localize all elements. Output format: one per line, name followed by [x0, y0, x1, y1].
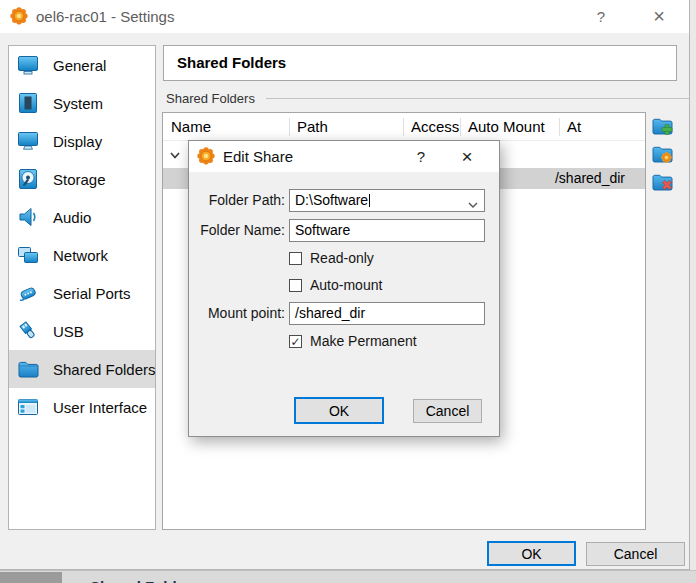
settings-cancel-button[interactable]: Cancel — [586, 542, 685, 566]
sidebar-item-usb[interactable]: USB — [9, 312, 155, 350]
sidebar-item-label: Shared Folders — [53, 361, 156, 378]
folder-name-input[interactable]: Software — [289, 219, 485, 242]
column-header-name: Name — [171, 113, 211, 140]
dialog-ok-button[interactable]: OK — [294, 397, 384, 424]
column-header-access: Access — [411, 113, 459, 140]
background-window-sliver: Shared Folders — [0, 570, 696, 583]
chevron-down-icon[interactable] — [168, 148, 182, 162]
sidebar-item-label: Network — [53, 247, 108, 264]
mount-point-value: /shared_dir — [295, 305, 365, 321]
audio-icon — [15, 204, 41, 230]
dialog-help-button[interactable]: ? — [409, 141, 433, 172]
sidebar-item-shared-folders[interactable]: Shared Folders — [9, 350, 155, 388]
mount-point-input[interactable]: /shared_dir — [289, 302, 485, 325]
edit-share-dialog: Edit Share ? × Folder Path: D:\Software … — [188, 140, 500, 437]
system-icon — [15, 90, 41, 116]
sidebar-item-label: Audio — [53, 209, 91, 226]
sidebar-item-label: General — [53, 57, 106, 74]
folder-path-value: D:\Software — [295, 192, 368, 208]
settings-ok-button[interactable]: OK — [487, 541, 576, 566]
page-title: Shared Folders — [177, 54, 676, 71]
sidebar-item-audio[interactable]: Audio — [9, 198, 155, 236]
checkbox-box[interactable] — [289, 252, 302, 265]
general-icon — [15, 52, 41, 78]
read-only-checkbox[interactable]: Read-only — [289, 250, 374, 266]
sidebar-item-general[interactable]: General — [9, 46, 155, 84]
make-permanent-label: Make Permanent — [310, 333, 417, 349]
window-title: oel6-rac01 - Settings — [36, 0, 174, 33]
sidebar-item-display[interactable]: Display — [9, 122, 155, 160]
checkbox-box-checked[interactable]: ✓ — [289, 335, 302, 348]
window-titlebar[interactable]: oel6-rac01 - Settings ? × — [0, 0, 689, 33]
column-separator — [403, 118, 404, 136]
storage-icon — [15, 166, 41, 192]
dialog-cancel-button[interactable]: Cancel — [413, 399, 482, 423]
display-icon — [15, 128, 41, 154]
groupbox-label: Shared Folders — [166, 91, 255, 106]
user-interface-icon — [15, 394, 41, 420]
shared-folders-icon — [15, 356, 41, 382]
dialog-titlebar[interactable]: Edit Share ? × — [189, 141, 499, 172]
virtualbox-app-icon — [10, 7, 28, 25]
read-only-label: Read-only — [310, 250, 374, 266]
groupbox-line — [266, 98, 689, 99]
folder-name-value: Software — [295, 222, 350, 238]
text-caret — [369, 194, 370, 207]
settings-sidebar: General System Display Storage — [8, 45, 156, 530]
sidebar-item-label: USB — [53, 323, 84, 340]
page-header: Shared Folders — [163, 45, 677, 81]
usb-icon — [15, 318, 41, 344]
mount-point-label: Mount point: — [197, 302, 285, 325]
column-header-path: Path — [297, 113, 328, 140]
edit-share-icon[interactable] — [651, 143, 673, 165]
ok-label: OK — [329, 403, 349, 419]
cancel-label: Cancel — [426, 403, 470, 419]
background-window-partial-text: Shared Folders — [90, 578, 199, 583]
folder-name-label: Folder Name: — [197, 219, 285, 242]
column-separator — [289, 118, 290, 136]
checkbox-box[interactable] — [289, 279, 302, 292]
screenshot-root: oel6-rac01 - Settings ? × General System — [0, 0, 696, 583]
sidebar-item-storage[interactable]: Storage — [9, 160, 155, 198]
sidebar-item-label: Serial Ports — [53, 285, 131, 302]
auto-mount-checkbox[interactable]: Auto-mount — [289, 277, 382, 293]
sidebar-item-label: Display — [53, 133, 102, 150]
settings-window: oel6-rac01 - Settings ? × General System — [0, 0, 690, 570]
folder-path-combobox[interactable]: D:\Software — [289, 189, 485, 212]
window-help-button[interactable]: ? — [589, 0, 613, 33]
sidebar-item-label: System — [53, 95, 103, 112]
sidebar-item-label: Storage — [53, 171, 106, 188]
make-permanent-checkbox[interactable]: ✓ Make Permanent — [289, 333, 417, 349]
add-share-icon[interactable] — [651, 115, 673, 137]
network-icon — [15, 242, 41, 268]
column-header-auto-mount: Auto Mount — [468, 113, 545, 140]
cancel-label: Cancel — [614, 546, 658, 562]
remove-share-icon[interactable] — [651, 171, 673, 193]
sidebar-item-serial-ports[interactable]: Serial Ports — [9, 274, 155, 312]
column-separator — [559, 118, 560, 136]
combo-chevron-down-icon[interactable] — [467, 196, 479, 208]
dialog-close-button[interactable]: × — [455, 141, 479, 172]
sidebar-item-label: User Interface — [53, 399, 147, 416]
share-at-value: /shared_dir — [543, 168, 625, 189]
virtualbox-app-icon — [197, 147, 215, 165]
sidebar-item-user-interface[interactable]: User Interface — [9, 388, 155, 426]
column-separator — [460, 118, 461, 136]
serial-ports-icon — [15, 280, 41, 306]
dialog-title: Edit Share — [223, 141, 293, 172]
folder-path-label: Folder Path: — [197, 189, 285, 212]
ok-label: OK — [521, 546, 541, 562]
column-header-at: At — [567, 113, 581, 140]
auto-mount-label: Auto-mount — [310, 277, 382, 293]
background-window-corner — [0, 572, 62, 583]
sidebar-item-system[interactable]: System — [9, 84, 155, 122]
sidebar-item-network[interactable]: Network — [9, 236, 155, 274]
window-close-button[interactable]: × — [644, 0, 674, 33]
